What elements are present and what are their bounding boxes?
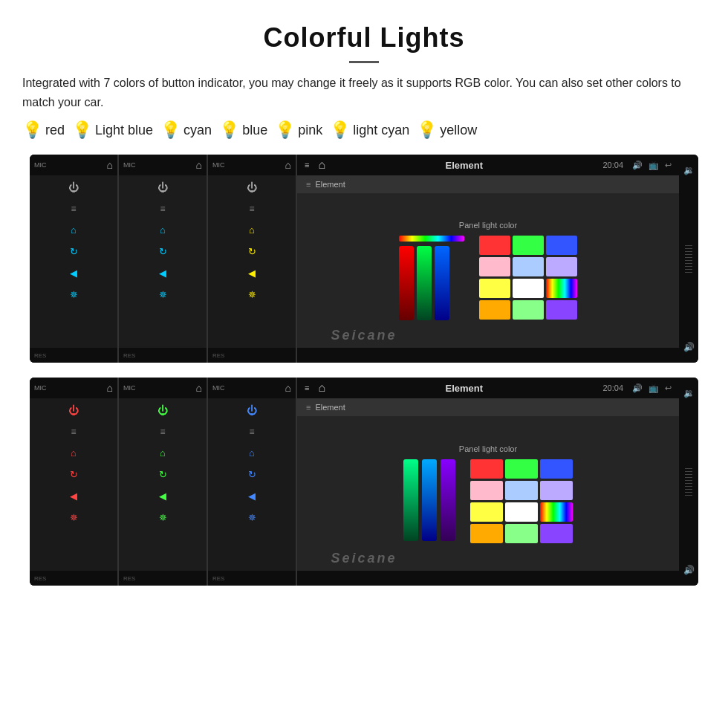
pink-bulb-icon: 💡 — [275, 120, 295, 140]
power-icon-b2: ⏻ — [157, 404, 168, 416]
menu-icon-2: ≡ — [160, 204, 165, 214]
bcell-pink-lt — [470, 481, 503, 500]
panel-3-bottom: RES — [208, 348, 296, 363]
red-bulb-icon: 💡 — [22, 120, 42, 140]
panel-b2-bottom: RES — [119, 571, 207, 586]
speaker-icon-bottom: 🔊 — [632, 383, 643, 393]
time-display-bottom: 20:04 — [602, 383, 623, 392]
bt-icon-b2: ✵ — [159, 512, 167, 523]
bar-blue-bottom — [422, 459, 437, 541]
panel-b3-icons: ⏻ ≡ ⌂ ↻ ◀ ✵ — [208, 398, 296, 571]
home-icon-b1: ⌂ — [107, 382, 113, 394]
color-bars-bottom — [403, 459, 455, 541]
panel-b3: MIC ⌂ ⏻ ≡ ⌂ ↻ ◀ ✵ RES — [208, 378, 297, 586]
res-label-3: RES — [212, 352, 224, 359]
mic-label-2: MIC — [123, 161, 136, 169]
color-label-red: red — [45, 123, 65, 138]
color-bars-top — [399, 246, 464, 320]
bcell-yellow — [470, 502, 503, 522]
hamburger-icon-bottom: ≡ — [305, 383, 309, 392]
cell-white — [513, 279, 544, 298]
home-icon-b3: ⌂ — [285, 382, 291, 394]
page-title: Colorful Lights — [22, 22, 706, 54]
content-header-top: ≡ Element — [297, 175, 679, 193]
home-icon-b2: ⌂ — [196, 382, 202, 394]
res-label-1: RES — [34, 352, 46, 359]
btick — [685, 489, 692, 490]
back-icon-b3: ◀ — [248, 490, 256, 502]
panel-2-bottom: RES — [119, 348, 207, 363]
display-icon-bottom: 📺 — [649, 383, 659, 393]
tick — [685, 248, 692, 249]
back-icon-1: ◀ — [70, 268, 77, 279]
color-item-yellow: 💡 yellow — [417, 120, 477, 140]
panel-b2-icons: ⏻ ≡ ⌂ ↻ ◀ ✵ — [119, 398, 207, 571]
refresh-icon-2: ↻ — [159, 246, 167, 257]
power-icon-b1: ⏻ — [68, 404, 79, 416]
refresh-icon-1: ↻ — [70, 246, 78, 257]
bcell-purple — [540, 524, 573, 543]
color-label-cyan: cyan — [183, 123, 212, 138]
color-indicators: 💡 red 💡 Light blue 💡 cyan 💡 blue 💡 pink … — [22, 120, 706, 140]
back-icon-b1: ◀ — [70, 490, 77, 502]
power-icon-1: ⏻ — [68, 181, 79, 193]
bcell-red — [470, 459, 503, 479]
color-display-inner-bottom: Panel light color — [403, 444, 573, 543]
bcell-lt-green — [505, 524, 538, 543]
bottom-device-container: MIC ⌂ ⏻ ≡ ⌂ ↻ ◀ ✵ RES MIC — [30, 378, 698, 586]
hamburger-icon-top: ≡ — [305, 161, 309, 169]
menu-icon-b2: ≡ — [160, 427, 165, 437]
rotate-icon-top: ↩ — [665, 161, 672, 170]
res-label-b1: RES — [34, 575, 46, 582]
home2-icon-b3: ⌂ — [249, 447, 255, 459]
cyan-bulb-icon: 💡 — [160, 120, 181, 140]
vol-plus-top[interactable]: 🔊 — [683, 342, 695, 352]
bottom-bar-bottom — [297, 571, 679, 586]
tick — [685, 254, 692, 255]
back-icon-b2: ◀ — [159, 490, 166, 502]
mic-label-3: MIC — [212, 161, 225, 169]
power-icon-2: ⏻ — [157, 181, 168, 193]
vol-minus-bottom[interactable]: 🔉 — [683, 388, 695, 398]
vol-minus-top[interactable]: 🔉 — [683, 165, 695, 175]
panel-2-icons: ⏻ ≡ ⌂ ↻ ◀ ✵ — [119, 175, 207, 348]
bars-and-rainbow-top — [399, 236, 464, 320]
menu-icon-b1: ≡ — [71, 427, 76, 437]
element-title-top: Element — [331, 160, 597, 171]
color-display-body-top: Panel light color — [297, 193, 679, 348]
cell-pink-lt — [479, 257, 510, 276]
menu-content-icon: ≡ — [306, 180, 311, 189]
home2-icon-2: ⌂ — [160, 224, 166, 236]
device-row-top: MIC ⌂ ⏻ ≡ ⌂ ↻ ◀ ✵ RES MIC — [22, 155, 706, 363]
color-label-lightcyan: light cyan — [353, 123, 409, 138]
lightcyan-bulb-icon: 💡 — [330, 120, 350, 140]
panel-1-bottom: RES — [30, 348, 117, 363]
color-grid-top — [479, 236, 577, 320]
home2-icon-b1: ⌂ — [71, 447, 77, 459]
element-sub-label-b: Element — [315, 403, 345, 412]
home-icon-2: ⌂ — [196, 159, 202, 171]
volume-panel-bottom: 🔉 🔊 — [679, 378, 698, 586]
status-bar-top: ≡ ⌂ Element 20:04 🔊 📺 ↩ — [297, 155, 679, 175]
btick — [685, 474, 692, 475]
title-divider — [349, 61, 379, 63]
refresh-icon-b2: ↻ — [159, 469, 167, 480]
panel-b1-icons: ⏻ ≡ ⌂ ↻ ◀ ✵ — [30, 398, 117, 571]
mic-label-b2: MIC — [123, 384, 136, 392]
cell-lt-green — [513, 300, 544, 320]
tick — [685, 266, 692, 267]
cell-red — [479, 236, 510, 255]
color-item-pink: 💡 pink — [275, 120, 322, 140]
color-label-pink: pink — [298, 123, 322, 138]
btick — [685, 486, 692, 487]
panel-light-label-top: Panel light color — [459, 221, 517, 230]
bt-icon-b1: ✵ — [70, 512, 78, 523]
mic-label-b1: MIC — [34, 384, 47, 392]
power-icon-3: ⏻ — [247, 181, 257, 193]
vol-plus-bottom[interactable]: 🔊 — [683, 565, 695, 575]
home-icon-3: ⌂ — [285, 159, 291, 171]
mic-label-1: MIC — [34, 161, 47, 169]
power-icon-b3: ⏻ — [247, 404, 257, 416]
bcell-green — [505, 459, 538, 479]
bcell-rainbow — [540, 502, 573, 522]
